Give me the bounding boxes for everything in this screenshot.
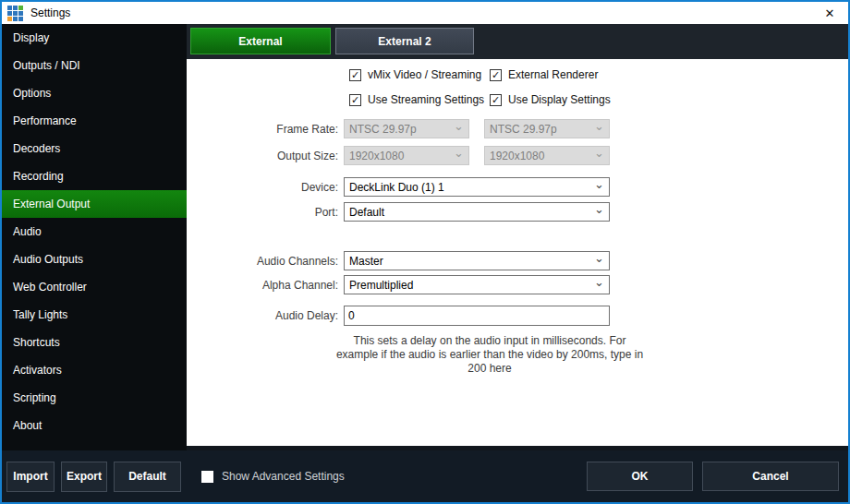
port-label: Port:: [187, 206, 344, 219]
close-icon[interactable]: ✕: [811, 2, 848, 24]
chevron-down-icon: ⌄: [594, 278, 604, 287]
chevron-down-icon: ⌄: [454, 122, 464, 131]
audio-channels-select[interactable]: Master ⌄: [344, 251, 610, 270]
import-button[interactable]: Import: [6, 462, 55, 492]
device-select-value: DeckLink Duo (1) 1: [349, 181, 444, 194]
chevron-down-icon: ⌄: [594, 205, 604, 214]
frame-rate-label: Frame Rate:: [187, 123, 344, 136]
audio-delay-label: Audio Delay:: [187, 309, 344, 322]
settings-sidebar: Display Outputs / NDI Options Performanc…: [2, 24, 187, 450]
cancel-button[interactable]: Cancel: [702, 462, 839, 491]
audio-delay-help-text: This sets a delay on the audio input in …: [334, 334, 645, 376]
checkbox-label: External Renderer: [508, 68, 598, 81]
window-title: Settings: [30, 6, 70, 19]
chevron-down-icon: ⌄: [594, 254, 604, 263]
frame-rate-select-2[interactable]: NTSC 29.97p ⌄: [484, 119, 610, 138]
checkbox-box: ✓: [349, 94, 361, 106]
footer-bar: Import Export Default Show Advanced Sett…: [2, 450, 848, 502]
show-advanced-settings-label: Show Advanced Settings: [222, 470, 345, 483]
main-panel: External External 2 ✓ vMix Video / Strea…: [187, 24, 848, 450]
sidebar-item-options[interactable]: Options: [2, 79, 187, 107]
chevron-down-icon: ⌄: [594, 149, 604, 158]
output-size-select-1[interactable]: 1920x1080 ⌄: [344, 146, 469, 165]
port-select-value: Default: [349, 206, 384, 219]
sidebar-item-performance[interactable]: Performance: [2, 107, 187, 135]
export-button[interactable]: Export: [61, 462, 107, 492]
sidebar-item-web-controller[interactable]: Web Controller: [2, 273, 187, 301]
sidebar-item-outputs-ndi[interactable]: Outputs / NDI: [2, 52, 187, 79]
checkbox-vmix-video-streaming[interactable]: ✓ vMix Video / Streaming: [349, 68, 481, 81]
tab-bar: External External 2: [187, 24, 848, 59]
sidebar-item-audio[interactable]: Audio: [2, 218, 187, 246]
sidebar-item-shortcuts[interactable]: Shortcuts: [2, 329, 187, 356]
alpha-channel-select-value: Premultiplied: [349, 279, 413, 292]
checkbox-label: Use Display Settings: [508, 93, 611, 106]
output-size-label: Output Size:: [187, 150, 344, 162]
sidebar-item-recording[interactable]: Recording: [2, 162, 187, 190]
sidebar-item-display[interactable]: Display: [2, 24, 187, 52]
sidebar-item-tally-lights[interactable]: Tally Lights: [2, 301, 187, 329]
external-output-form: ✓ vMix Video / Streaming ✓ External Rend…: [187, 59, 848, 446]
checkbox-label: vMix Video / Streaming: [368, 68, 481, 81]
sidebar-item-external-output[interactable]: External Output: [2, 190, 187, 218]
output-size-select-2[interactable]: 1920x1080 ⌄: [484, 146, 610, 165]
chevron-down-icon: ⌄: [454, 149, 464, 158]
vmix-logo-icon: [7, 6, 23, 21]
checkbox-box: [201, 471, 213, 483]
ok-button[interactable]: OK: [587, 462, 693, 491]
chevron-down-icon: ⌄: [594, 122, 604, 131]
device-label: Device:: [187, 181, 344, 194]
tab-external[interactable]: External: [190, 28, 331, 54]
settings-window: Settings ✕ Display Outputs / NDI Options…: [0, 0, 850, 504]
audio-channels-select-value: Master: [349, 255, 383, 268]
sidebar-item-decoders[interactable]: Decoders: [2, 135, 187, 162]
checkbox-use-display-settings[interactable]: ✓ Use Display Settings: [490, 93, 611, 106]
titlebar: Settings ✕: [2, 2, 848, 24]
sidebar-item-audio-outputs[interactable]: Audio Outputs: [2, 246, 187, 273]
checkbox-label: Use Streaming Settings: [368, 93, 484, 106]
frame-rate-select-2-value: NTSC 29.97p: [490, 123, 557, 136]
tab-external-2[interactable]: External 2: [335, 28, 474, 54]
chevron-down-icon: ⌄: [594, 180, 604, 189]
checkbox-use-streaming-settings[interactable]: ✓ Use Streaming Settings: [349, 93, 484, 106]
sidebar-item-scripting[interactable]: Scripting: [2, 384, 187, 412]
alpha-channel-label: Alpha Channel:: [187, 279, 344, 292]
sidebar-item-activators[interactable]: Activators: [2, 356, 187, 384]
sidebar-item-about[interactable]: About: [2, 412, 187, 439]
audio-delay-input[interactable]: [344, 306, 610, 326]
port-select[interactable]: Default ⌄: [344, 202, 610, 222]
default-button[interactable]: Default: [114, 462, 181, 492]
device-select[interactable]: DeckLink Duo (1) 1 ⌄: [344, 177, 610, 197]
output-size-select-2-value: 1920x1080: [490, 150, 544, 162]
checkbox-box: ✓: [490, 69, 502, 81]
audio-channels-label: Audio Channels:: [187, 255, 344, 268]
show-advanced-settings-checkbox[interactable]: Show Advanced Settings: [201, 470, 345, 483]
checkbox-box: ✓: [349, 69, 361, 81]
checkbox-box: ✓: [490, 94, 502, 106]
checkbox-external-renderer[interactable]: ✓ External Renderer: [490, 68, 598, 81]
alpha-channel-select[interactable]: Premultiplied ⌄: [344, 275, 610, 294]
frame-rate-select-1-value: NTSC 29.97p: [349, 123, 417, 136]
output-size-select-1-value: 1920x1080: [349, 150, 404, 162]
frame-rate-select-1[interactable]: NTSC 29.97p ⌄: [344, 119, 469, 138]
